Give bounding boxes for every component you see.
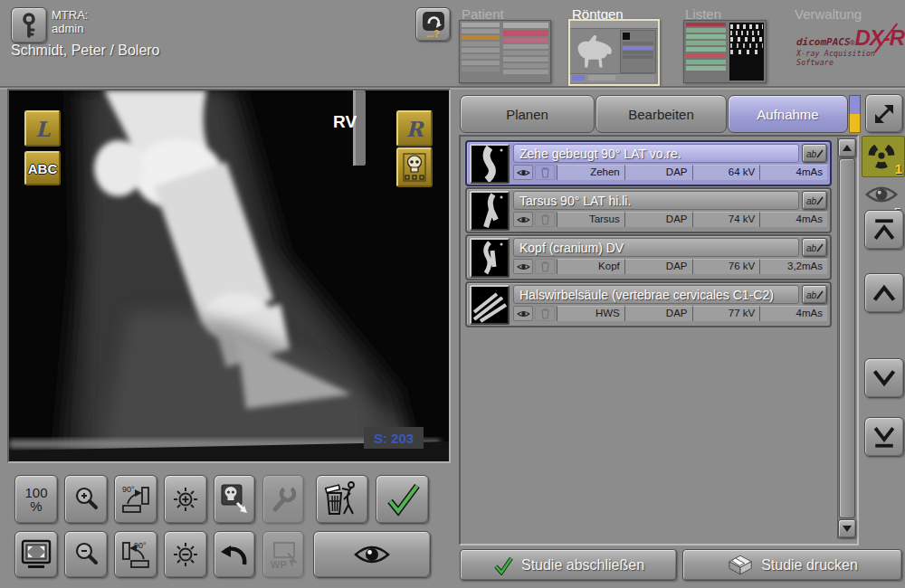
horse-silhouette — [572, 32, 617, 71]
marker-abc-label: ABC — [28, 161, 58, 176]
xray-image — [9, 90, 449, 461]
brightness-minus-icon — [170, 539, 201, 570]
printer-icon — [727, 554, 754, 576]
roentgen-thumb-list — [620, 30, 656, 73]
study-kv: 77 kV — [692, 306, 760, 321]
go-last-button[interactable] — [864, 417, 904, 457]
zoom-in-button[interactable] — [64, 475, 108, 524]
study-title: Zehe gebeugt 90° LAT vo.re. — [513, 144, 799, 163]
marker-abc-button[interactable]: ABC — [24, 151, 61, 185]
zoom-out-button[interactable] — [64, 531, 108, 578]
logo-subtitle: X-ray Acquisition Software — [796, 49, 903, 67]
edit-icon: ab — [805, 147, 824, 160]
print-study-button[interactable]: Studie drucken — [682, 549, 902, 581]
go-first-button[interactable] — [864, 210, 904, 250]
rotate-right-button[interactable]: 90° — [114, 475, 157, 524]
study-region: HWS — [557, 306, 624, 321]
listen-thumb-films — [729, 23, 764, 81]
visibility-toggle-button[interactable] — [513, 165, 533, 180]
nav-thumbnail-roentgen[interactable] — [568, 19, 660, 86]
go-next-button[interactable] — [864, 358, 904, 398]
undo-button[interactable] — [214, 531, 255, 578]
study-thumbnail — [470, 191, 510, 231]
tab-bearbeiten[interactable]: Bearbeiten — [595, 95, 727, 133]
chevron-down-icon — [871, 365, 898, 392]
nav-label-verwaltung[interactable]: Verwaltung — [795, 6, 862, 22]
study-dap: DAP — [624, 259, 692, 274]
xray-viewport[interactable]: L ABC RV R S: 203 — [7, 89, 451, 463]
help-button[interactable]: ...? — [415, 7, 451, 42]
brightness-up-button[interactable] — [164, 475, 207, 524]
tab-aufnahme[interactable]: Aufnahme — [728, 95, 848, 133]
fit-screen-button[interactable] — [14, 531, 58, 578]
nav-thumbnail-listen[interactable] — [683, 20, 767, 83]
chevron-up-icon — [871, 280, 898, 307]
logo-brand: dicomPACS — [796, 36, 851, 48]
delete-image-button[interactable] — [316, 475, 368, 524]
edit-study-button[interactable]: ab — [802, 144, 827, 163]
login-key-button[interactable] — [11, 7, 47, 43]
marker-protocol-button[interactable] — [396, 147, 433, 187]
visibility-toggle-button[interactable] — [513, 306, 533, 321]
edit-study-button[interactable]: ab — [802, 238, 827, 257]
checkmark-icon — [383, 481, 423, 517]
edit-study-button[interactable]: ab — [802, 191, 827, 210]
study-item-zehe[interactable]: Zehe gebeugt 90° LAT vo.re. ab Zehen — [465, 140, 832, 186]
edit-icon: ab — [805, 289, 824, 301]
marker-right-button[interactable]: R — [396, 110, 433, 147]
study-kv: 74 kV — [692, 212, 760, 227]
discard-icon — [535, 259, 555, 274]
scroll-thumb[interactable] — [839, 158, 855, 518]
study-item-hws[interactable]: Halswirbelsäule (vertebrae cervicales C1… — [465, 281, 832, 327]
nav-thumbnail-patient[interactable] — [459, 20, 551, 83]
scroll-down-button[interactable] — [838, 519, 856, 538]
study-dap: DAP — [624, 212, 692, 227]
checkmark-icon — [492, 555, 514, 575]
edit-icon: ab — [805, 194, 824, 207]
wrench-icon — [269, 484, 298, 515]
study-title: Kopf (cranium) DV — [513, 238, 799, 257]
expand-panel-button[interactable] — [865, 94, 903, 133]
visibility-toggle-button[interactable] — [513, 259, 533, 274]
fit-screen-icon — [20, 537, 52, 572]
edit-study-button[interactable]: ab — [802, 285, 827, 304]
radiation-indicator[interactable]: 1 — [862, 136, 905, 177]
study-list-scrollbar — [837, 138, 856, 539]
svg-text:ab: ab — [806, 243, 817, 253]
series-badge: S: 203 — [364, 427, 424, 449]
rotate-left-icon: 90° — [120, 538, 151, 571]
brightness-plus-icon — [170, 484, 201, 515]
marker-right-label: R — [405, 117, 423, 141]
brightness-down-button[interactable] — [164, 531, 207, 578]
tab-status-strip-yellow — [849, 114, 861, 133]
study-thumbnail — [470, 238, 510, 278]
study-title: Tarsus 90° LAT hi.li. — [513, 191, 799, 210]
scroll-up-button[interactable] — [838, 138, 856, 157]
undo-icon — [218, 539, 251, 570]
study-item-tarsus[interactable]: Tarsus 90° LAT hi.li. ab Tarsus — [465, 187, 832, 233]
study-mas: 4mAs — [759, 212, 827, 227]
rotate-left-button[interactable]: 90° — [114, 531, 157, 578]
study-item-kopf[interactable]: Kopf (cranium) DV ab Kopf DAP — [465, 234, 832, 280]
zoom-100-button[interactable]: 100 % — [14, 475, 58, 524]
svg-text:...?: ...? — [426, 29, 439, 38]
accept-image-button[interactable] — [376, 475, 429, 524]
tab-planen[interactable]: Planen — [460, 95, 595, 133]
send-marker-button[interactable] — [214, 475, 255, 524]
svg-text:ab: ab — [806, 196, 817, 206]
brand-logo: dicomPACS®DX-R X-ray Acquisition Softwar… — [796, 25, 903, 67]
view-image-button[interactable] — [313, 531, 431, 578]
finish-study-button[interactable]: Studie abschließen — [460, 549, 677, 581]
skip-to-first-icon — [871, 216, 898, 243]
help-icon: ...? — [421, 11, 446, 38]
visibility-toggle-button[interactable] — [513, 212, 533, 227]
application-window: MTRA: admin Schmidt, Peter / Bolero ...?… — [0, 0, 905, 588]
marker-left-button[interactable]: L — [24, 110, 61, 147]
roentgen-thumb-toolbar — [570, 21, 658, 29]
marker-left-label: L — [35, 117, 50, 141]
study-dap: DAP — [624, 306, 692, 321]
study-thumbnail — [470, 285, 510, 325]
go-previous-button[interactable] — [864, 273, 904, 313]
study-list-panel: Zehe gebeugt 90° LAT vo.re. ab Zehen — [459, 135, 859, 545]
study-thumbnail — [470, 144, 510, 184]
